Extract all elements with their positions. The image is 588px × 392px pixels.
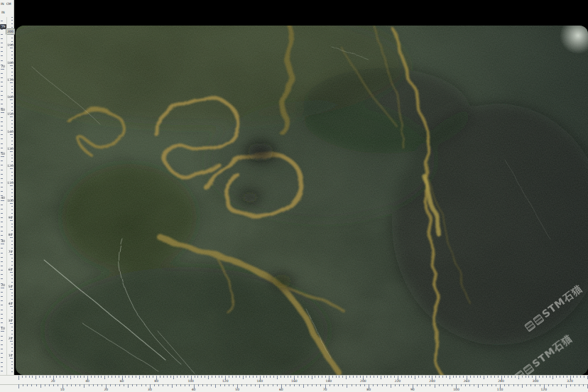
ruler-label-cm: 20 (48, 379, 58, 383)
ruler-tick (27, 384, 28, 386)
ruler-tick (173, 376, 174, 379)
ruler-tick (285, 384, 286, 386)
ruler-tick (1, 292, 3, 293)
ruler-tick (336, 376, 337, 378)
ruler-tick (23, 384, 23, 386)
ruler-tick (347, 384, 347, 388)
ruler-tick (11, 334, 13, 334)
ruler-tick (180, 376, 181, 378)
ruler-tick (10, 220, 13, 221)
ruler-tick (408, 384, 409, 386)
ruler-tick (187, 376, 188, 378)
ruler-tick (132, 376, 133, 378)
ruler-tick (212, 376, 212, 378)
ruler-tick (470, 376, 471, 378)
ruler-tick (98, 376, 99, 378)
ruler-tick (580, 376, 581, 378)
ruler-tick (318, 376, 319, 378)
ruler-tick (11, 179, 13, 180)
ruler-tick (222, 376, 222, 378)
ruler-tick (236, 376, 236, 378)
ruler-tick (299, 384, 300, 386)
ruler-tick (259, 384, 260, 388)
ruler-tick (1, 213, 3, 214)
ruler-label-cm: 320 (565, 379, 575, 383)
ruler-tick (1, 191, 3, 192)
ruler-tick (1, 99, 3, 100)
ruler-label-cm: 300 (530, 379, 540, 383)
ruler-tick (11, 58, 13, 59)
ruler-tick (246, 376, 246, 378)
ruler-tick (494, 376, 495, 378)
ruler-tick (1, 126, 3, 126)
ruler-tick (399, 384, 400, 386)
ruler-tick (539, 376, 540, 378)
ruler-tick (567, 376, 567, 378)
ruler-tick (67, 376, 67, 378)
ruler-tick (11, 127, 13, 128)
ruler-tick (84, 384, 85, 388)
ruler-tick (332, 376, 333, 378)
ruler-tick (11, 224, 13, 224)
ruler-tick (270, 376, 271, 378)
ruler-tick (583, 384, 584, 386)
ruler-tick (421, 384, 422, 386)
ruler-tick (338, 384, 339, 386)
ruler-tick (167, 376, 168, 378)
ruler-label-cm: 180 (324, 379, 334, 383)
ruler-tick (435, 376, 436, 378)
ruler-tick (366, 376, 367, 378)
ruler-tick (442, 376, 443, 378)
ruler-tick (290, 384, 290, 386)
ruler-tick (511, 376, 512, 378)
ruler-corner: IN CM IN (0, 0, 13, 17)
ruler-tick (1, 112, 4, 113)
ruler-tick (1, 200, 4, 201)
height-marker-cm: 200 (6, 28, 15, 35)
ruler-tick (11, 175, 13, 176)
ruler-tick (1, 349, 3, 349)
ruler-tick (80, 384, 80, 386)
ruler-tick (504, 384, 505, 386)
ruler-tick (1, 183, 3, 183)
ruler-tick (70, 376, 71, 379)
ruler-tick (446, 376, 447, 378)
ruler-tick (50, 376, 50, 378)
ruler-tick (146, 376, 147, 378)
ruler-tick (422, 376, 423, 378)
ruler-tick (415, 376, 415, 379)
ruler-tick (1, 143, 3, 144)
ruler-tick (342, 376, 343, 378)
unit-label-in-row: IN (1, 11, 5, 14)
ruler-tick (10, 82, 13, 83)
ruler-tick (579, 384, 579, 386)
ruler-label-cm: 220 (393, 379, 403, 383)
ruler-tick (377, 376, 378, 378)
ruler-tick (1, 34, 3, 35)
ruler-tick (63, 376, 64, 378)
ruler-tick (491, 376, 491, 378)
ruler-tick (255, 384, 256, 386)
ruler-tick (143, 376, 143, 378)
ruler-tick (10, 254, 13, 255)
ruler-tick (266, 376, 267, 378)
ruler-tick (224, 384, 225, 386)
ruler-tick (1, 257, 3, 258)
ruler-tick (342, 384, 343, 386)
ruler-label-in: 10 (0, 327, 6, 330)
ruler-tick (513, 384, 514, 386)
ruler-tick (566, 384, 567, 388)
ruler-tick (43, 376, 43, 378)
ruler-tick (316, 384, 317, 386)
ruler-tick (60, 376, 60, 378)
ruler-tick (540, 384, 540, 386)
ruler-tick (1, 205, 3, 205)
ruler-tick (115, 384, 116, 386)
ruler-tick (346, 376, 347, 379)
ruler-tick (22, 376, 23, 378)
ruler-tick (110, 384, 111, 386)
ruler-tick (1, 95, 3, 96)
ruler-tick (11, 282, 13, 283)
ruler-label-cm: 150 (7, 112, 13, 116)
ruler-tick (312, 384, 312, 386)
